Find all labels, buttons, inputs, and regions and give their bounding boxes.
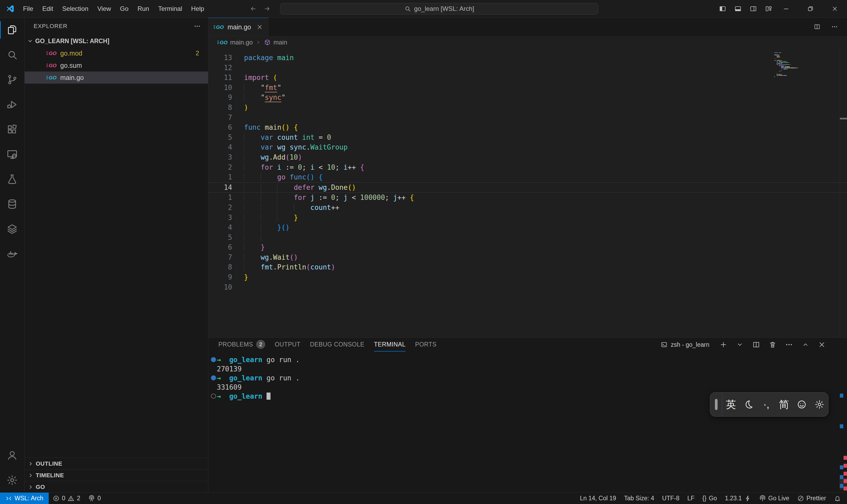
menu-edit[interactable]: Edit <box>38 3 58 15</box>
trash-icon[interactable] <box>769 341 777 348</box>
code-line[interactable]: 10 <box>208 283 847 292</box>
ime-input-mode[interactable]: 英 <box>724 398 737 411</box>
command-decoration-icon[interactable] <box>211 357 216 362</box>
code-line[interactable]: 5 var count int = 0 <box>208 132 847 143</box>
sidebar-more-icon[interactable] <box>194 23 201 30</box>
code-line[interactable]: 7 <box>208 113 847 123</box>
code-line[interactable]: 1 for j := 0; j < 100000; j++ { <box>208 193 847 203</box>
activity-settings[interactable] <box>0 468 24 492</box>
activity-extensions[interactable] <box>0 117 24 142</box>
command-pending-icon[interactable] <box>211 394 216 399</box>
status-eol[interactable]: LF <box>683 492 699 504</box>
section-go[interactable]: GO <box>24 481 208 492</box>
status-go-version[interactable]: 1.23.1 <box>721 492 755 504</box>
split-editor-icon[interactable] <box>814 23 821 30</box>
ime-emoji-picker[interactable] <box>795 399 808 410</box>
layout-custom-icon[interactable] <box>765 5 772 13</box>
ime-ime-settings[interactable] <box>813 399 826 410</box>
terminal-instance[interactable]: zsh - go_learn <box>661 341 709 348</box>
command-center-search[interactable]: go_learn [WSL: Arch] <box>280 3 598 15</box>
back-icon[interactable] <box>250 5 257 12</box>
code-line[interactable]: 1 go func() { <box>208 172 847 182</box>
chevron-up-icon[interactable] <box>801 341 809 348</box>
split-icon[interactable] <box>752 341 760 348</box>
section-outline[interactable]: OUTLINE <box>24 458 208 469</box>
close-tab-icon[interactable] <box>256 23 263 31</box>
activity-remote-explorer[interactable] <box>0 142 24 167</box>
code-line[interactable]: 9} <box>208 272 847 283</box>
status-remote-indicator[interactable]: WSL: Arch <box>0 492 49 504</box>
panel-tab-problems[interactable]: PROBLEMS2 <box>218 338 265 352</box>
code-line[interactable]: 2 count++ <box>208 203 847 213</box>
menu-view[interactable]: View <box>93 3 116 15</box>
breadcrumb-item[interactable]: GOmain.go <box>217 39 253 46</box>
menu-file[interactable]: File <box>19 3 38 15</box>
layout-panel-icon[interactable] <box>734 5 742 13</box>
panel-tab-debug-console[interactable]: DEBUG CONSOLE <box>310 338 364 352</box>
layout-sidebar-right-icon[interactable] <box>750 5 757 13</box>
status-language-mode[interactable]: {}Go <box>699 492 721 504</box>
file-go-sum[interactable]: GOgo.sum <box>24 59 208 71</box>
activity-search[interactable] <box>0 42 24 67</box>
code-line[interactable]: 13package main <box>208 53 847 63</box>
close-icon[interactable] <box>818 341 826 348</box>
tab-main-go[interactable]: GO main.go <box>208 17 269 36</box>
code-line[interactable]: 2 for i := 0; i < 10; i++ { <box>208 163 847 173</box>
code-line[interactable]: 5 <box>208 233 847 243</box>
status-indentation[interactable]: Tab Size: 4 <box>620 492 658 504</box>
code-line[interactable]: 12 <box>208 63 847 73</box>
status-prettier[interactable]: Prettier <box>793 492 830 504</box>
activity-database[interactable] <box>0 192 24 217</box>
code-line[interactable]: 11import ( <box>208 73 847 83</box>
command-decoration-icon[interactable] <box>211 375 216 380</box>
code-line[interactable]: 6 } <box>208 242 847 253</box>
activity-accounts[interactable] <box>0 443 24 468</box>
menu-run[interactable]: Run <box>133 3 154 15</box>
breadcrumb[interactable]: GOmain.gomain <box>208 36 847 49</box>
menu-terminal[interactable]: Terminal <box>154 3 186 15</box>
status-cursor-position[interactable]: Ln 14, Col 19 <box>576 492 620 504</box>
activity-testing[interactable] <box>0 167 24 192</box>
breadcrumb-item[interactable]: main <box>264 39 287 46</box>
status-problems-status[interactable]: 02 <box>49 492 85 504</box>
file-go-mod[interactable]: GOgo.mod2 <box>24 47 208 59</box>
code-line[interactable]: 10 "fmt" <box>208 83 847 93</box>
panel-tab-output[interactable]: OUTPUT <box>275 338 301 352</box>
code-line[interactable]: 8) <box>208 103 847 113</box>
menu-help[interactable]: Help <box>186 3 209 15</box>
code-line[interactable]: 4 }() <box>208 222 847 233</box>
file-main-go[interactable]: GOmain.go <box>24 71 208 84</box>
code-line[interactable]: 14 defer wg.Done() <box>208 182 847 193</box>
code-line[interactable]: 6func main() { <box>208 123 847 132</box>
code-editor[interactable]: 13package main1211import (10 "fmt"9 "syn… <box>208 48 847 338</box>
forward-icon[interactable] <box>264 5 271 12</box>
menu-selection[interactable]: Selection <box>58 3 93 15</box>
ime-punctuation-mode[interactable]: ·, <box>760 399 773 410</box>
activity-source-control[interactable] <box>0 67 24 92</box>
panel-tab-ports[interactable]: PORTS <box>415 338 436 352</box>
code-line[interactable]: 3 wg.Add(10) <box>208 152 847 163</box>
code-line[interactable]: 4 var wg sync.WaitGroup <box>208 142 847 152</box>
activity-docker[interactable] <box>0 241 24 266</box>
restore-button[interactable] <box>798 0 823 17</box>
activity-layers[interactable] <box>0 217 24 241</box>
workspace-section[interactable]: GO_LEARN [WSL: ARCH] <box>24 35 208 47</box>
minimap[interactable] <box>774 52 801 89</box>
ellipsis-icon[interactable] <box>785 341 793 348</box>
activity-explorer[interactable] <box>0 17 24 42</box>
overview-ruler[interactable] <box>840 48 847 338</box>
code-line[interactable]: 9 "sync" <box>208 93 847 103</box>
code-line[interactable]: 3 } <box>208 213 847 223</box>
layout-sidebar-icon[interactable] <box>719 5 726 13</box>
panel-tab-terminal[interactable]: TERMINAL <box>374 338 406 352</box>
ime-fullwidth-mode[interactable] <box>742 399 755 410</box>
ime-drag-handle[interactable] <box>715 399 718 410</box>
status-notifications[interactable] <box>830 492 845 504</box>
ime-charset-mode[interactable]: 简 <box>778 398 790 411</box>
code-line[interactable]: 7 wg.Wait() <box>208 253 847 263</box>
activity-run-debug[interactable] <box>0 92 24 117</box>
status-encoding[interactable]: UTF-8 <box>658 492 683 504</box>
close-button[interactable] <box>823 0 847 17</box>
minimize-button[interactable] <box>774 0 798 17</box>
chevron-down-icon[interactable] <box>736 341 744 348</box>
